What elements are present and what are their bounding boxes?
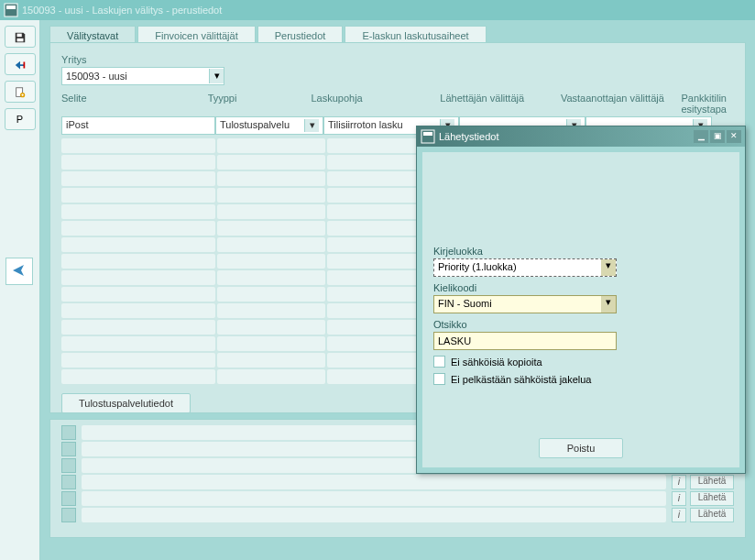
- lower-row: iLähetä: [61, 508, 734, 522]
- maximize-button[interactable]: ▣: [710, 130, 725, 143]
- tab-bar: Välitystavat Finvoicen välittäjät Perust…: [40, 20, 755, 42]
- dialog-body: Kirjeluokka Priority (1.luokka) ▾ Kielik…: [422, 152, 739, 467]
- chk-ei-sahkoisia[interactable]: [433, 356, 445, 368]
- chk-ei-sahkoisia-label: Ei sähköisiä kopioita: [451, 357, 542, 368]
- new-doc-icon: [14, 86, 27, 97]
- otsikko-input[interactable]: [433, 332, 617, 350]
- col-laskupohja: Laskupohja: [311, 93, 440, 115]
- company-combo[interactable]: ▾: [61, 67, 224, 85]
- left-toolbar: P: [0, 20, 40, 560]
- row-checkbox[interactable]: [61, 425, 76, 440]
- send-button[interactable]: Lähetä: [690, 491, 734, 506]
- chevron-down-icon[interactable]: ▾: [209, 69, 224, 83]
- kielikoodi-label: Kielikoodi: [433, 282, 728, 293]
- tab-valitystavat[interactable]: Välitystavat: [49, 26, 136, 42]
- info-button[interactable]: i: [672, 475, 686, 489]
- svg-rect-4: [23, 62, 25, 69]
- row-checkbox[interactable]: [61, 508, 76, 522]
- send-button[interactable]: Lähetä: [690, 475, 734, 489]
- otsikko-label: Otsikko: [433, 319, 728, 330]
- col-lahettaja: Lähettäjän välittäjä: [440, 93, 561, 115]
- row-checkbox[interactable]: [61, 475, 76, 489]
- close-button[interactable]: ✕: [727, 130, 741, 143]
- col-selite: Selite: [61, 93, 208, 115]
- chevron-down-icon[interactable]: ▾: [601, 259, 616, 276]
- cell-tyyppi[interactable]: Tulostuspalvelu▾: [215, 116, 323, 135]
- row-checkbox[interactable]: [61, 442, 76, 456]
- dialog-icon: [421, 129, 435, 144]
- chk-ei-pelkastaan[interactable]: [433, 373, 445, 385]
- tab-perustiedot[interactable]: Perustiedot: [257, 26, 344, 42]
- svg-rect-3: [16, 38, 23, 42]
- dialog-titlebar[interactable]: Lähetystiedot ▁ ▣ ✕: [417, 126, 745, 147]
- company-input[interactable]: [62, 69, 209, 83]
- info-button[interactable]: i: [672, 491, 686, 506]
- company-label: Yritys: [61, 54, 734, 65]
- lower-row: iLähetä: [61, 491, 734, 506]
- lower-row: iLähetä: [61, 475, 734, 489]
- chk-ei-pelkastaan-label: Ei pelkästään sähköistä jakelua: [451, 374, 591, 385]
- tab-finvoice[interactable]: Finvoicen välittäjät: [137, 26, 256, 42]
- svg-rect-2: [16, 34, 21, 38]
- svg-rect-8: [423, 132, 432, 136]
- row-bar: [82, 508, 666, 522]
- svg-rect-1: [6, 5, 16, 9]
- kirjeluokka-combo[interactable]: Priority (1.luokka) ▾: [433, 258, 617, 277]
- poistu-button[interactable]: Poistu: [539, 438, 624, 458]
- send-button[interactable]: Lähetä: [690, 508, 734, 522]
- dialog-title: Lähetystiedot: [439, 131, 692, 142]
- minimize-button[interactable]: ▁: [694, 130, 708, 143]
- new-doc-button[interactable]: [5, 81, 36, 103]
- cell-selite[interactable]: iPost: [61, 116, 215, 135]
- p-button[interactable]: P: [5, 108, 36, 130]
- chevron-down-icon[interactable]: ▾: [304, 119, 319, 132]
- nav-arrow-panel[interactable]: [5, 258, 33, 285]
- back-button[interactable]: [5, 53, 36, 75]
- window-title: 150093 - uusi - Laskujen välitys - perus…: [22, 5, 222, 16]
- col-pankki: Pankkitilin esitystapa: [681, 93, 734, 115]
- col-tyyppi: Tyyppi: [208, 93, 312, 115]
- nav-arrow-icon: [11, 262, 27, 280]
- col-vastaanottaja: Vastaanottajan välittäjä: [561, 93, 682, 115]
- window-titlebar: 150093 - uusi - Laskujen välitys - perus…: [0, 0, 755, 20]
- info-button[interactable]: i: [672, 508, 686, 522]
- back-arrow-icon: [14, 59, 27, 70]
- lahetystiedot-dialog: Lähetystiedot ▁ ▣ ✕ Kirjeluokka Priority…: [416, 126, 746, 474]
- chevron-down-icon[interactable]: ▾: [601, 296, 616, 313]
- tulostuspalvelutiedot-button[interactable]: Tulostuspalvelutiedot: [61, 393, 191, 413]
- kirjeluokka-label: Kirjeluokka: [433, 246, 728, 257]
- row-bar: [82, 491, 666, 506]
- save-button[interactable]: [5, 26, 36, 48]
- row-checkbox[interactable]: [61, 491, 76, 506]
- row-bar: [82, 475, 666, 489]
- tab-elasku[interactable]: E-laskun laskutusaiheet: [345, 26, 486, 42]
- floppy-icon: [14, 31, 27, 42]
- kielikoodi-combo[interactable]: FIN - Suomi ▾: [433, 295, 617, 313]
- grid-header: Selite Tyyppi Laskupohja Lähettäjän väli…: [61, 93, 734, 115]
- app-icon: [4, 3, 18, 17]
- row-checkbox[interactable]: [61, 458, 76, 473]
